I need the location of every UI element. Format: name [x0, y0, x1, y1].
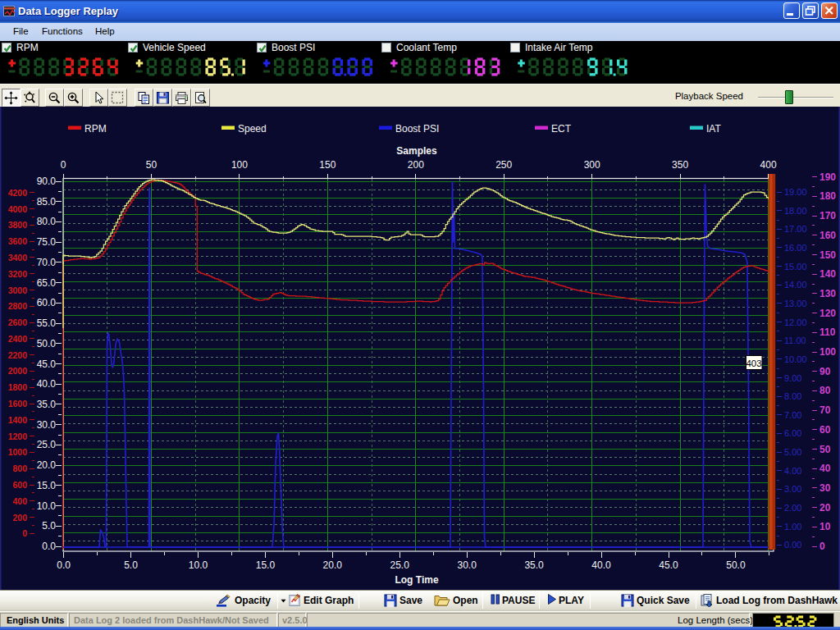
- svg-text:350: 350: [672, 159, 688, 171]
- svg-text:1800: 1800: [8, 382, 28, 392]
- svg-text:2600: 2600: [8, 317, 28, 327]
- svg-text:50: 50: [819, 444, 831, 455]
- svg-text:0: 0: [819, 541, 825, 552]
- svg-text:300: 300: [584, 159, 600, 171]
- svg-text:50.0: 50.0: [726, 559, 746, 571]
- svg-text:70: 70: [819, 404, 831, 416]
- svg-text:30.0: 30.0: [37, 419, 57, 431]
- svg-text:10: 10: [819, 521, 831, 532]
- svg-text:2.00: 2.00: [784, 503, 801, 513]
- svg-text:800: 800: [12, 463, 27, 473]
- svg-text:13.00: 13.00: [784, 299, 807, 308]
- svg-text:5.00: 5.00: [784, 447, 801, 457]
- svg-text:0: 0: [22, 528, 27, 538]
- svg-text:20: 20: [819, 502, 831, 514]
- svg-text:3600: 3600: [8, 236, 28, 246]
- svg-text:6.00: 6.00: [784, 428, 801, 438]
- svg-text:11.00: 11.00: [784, 336, 806, 345]
- svg-text:45.0: 45.0: [37, 358, 57, 370]
- svg-text:19.00: 19.00: [784, 187, 807, 197]
- svg-text:90.0: 90.0: [37, 176, 57, 187]
- svg-text:600: 600: [12, 480, 27, 490]
- svg-text:1.00: 1.00: [784, 522, 801, 532]
- svg-text:403: 403: [746, 358, 761, 368]
- svg-text:45.0: 45.0: [659, 559, 678, 571]
- svg-text:25.0: 25.0: [390, 559, 410, 571]
- svg-text:200: 200: [12, 513, 27, 523]
- svg-text:140: 140: [819, 268, 836, 280]
- svg-text:1600: 1600: [8, 399, 28, 409]
- svg-text:1400: 1400: [8, 415, 28, 425]
- svg-text:400: 400: [760, 159, 777, 171]
- svg-text:25.0: 25.0: [37, 439, 57, 450]
- svg-text:2200: 2200: [8, 350, 28, 360]
- svg-text:IAT: IAT: [706, 123, 721, 135]
- svg-text:4200: 4200: [8, 188, 28, 198]
- svg-text:100: 100: [231, 159, 248, 171]
- svg-text:180: 180: [819, 190, 836, 202]
- svg-text:14.00: 14.00: [784, 280, 807, 290]
- svg-text:8.00: 8.00: [784, 391, 801, 401]
- svg-text:250: 250: [495, 159, 512, 171]
- svg-text:15.0: 15.0: [37, 480, 57, 491]
- svg-text:50: 50: [146, 159, 158, 171]
- svg-text:85.0: 85.0: [37, 196, 57, 208]
- svg-text:70.0: 70.0: [37, 257, 57, 268]
- svg-text:35.0: 35.0: [524, 559, 544, 571]
- svg-text:400: 400: [12, 496, 27, 506]
- svg-text:150: 150: [319, 159, 336, 171]
- svg-text:RPM: RPM: [84, 123, 107, 135]
- svg-text:160: 160: [819, 230, 836, 241]
- svg-text:35.0: 35.0: [37, 399, 57, 410]
- svg-text:0.00: 0.00: [784, 540, 801, 550]
- svg-text:40.0: 40.0: [591, 559, 611, 571]
- svg-text:5.0: 5.0: [42, 520, 56, 532]
- svg-text:10.00: 10.00: [784, 354, 807, 364]
- svg-text:4.00: 4.00: [784, 466, 801, 476]
- svg-text:150: 150: [819, 249, 836, 261]
- svg-text:3400: 3400: [8, 253, 28, 262]
- svg-text:9.00: 9.00: [784, 373, 801, 383]
- svg-text:40: 40: [819, 463, 831, 474]
- svg-text:3800: 3800: [8, 220, 28, 230]
- svg-text:4000: 4000: [8, 204, 28, 214]
- svg-text:ECT: ECT: [551, 123, 572, 135]
- svg-text:90: 90: [819, 366, 831, 377]
- svg-text:40.0: 40.0: [37, 378, 57, 390]
- svg-text:5.0: 5.0: [124, 559, 138, 571]
- svg-text:16.00: 16.00: [784, 243, 807, 253]
- svg-text:2800: 2800: [8, 301, 28, 311]
- svg-text:60.0: 60.0: [37, 297, 57, 308]
- svg-text:60: 60: [819, 424, 831, 436]
- svg-text:20.0: 20.0: [323, 559, 343, 571]
- svg-text:15.0: 15.0: [256, 559, 276, 571]
- svg-text:7.00: 7.00: [784, 410, 801, 420]
- svg-text:15.00: 15.00: [784, 262, 807, 272]
- svg-text:170: 170: [819, 210, 836, 221]
- svg-text:75.0: 75.0: [37, 236, 57, 248]
- svg-text:20.0: 20.0: [37, 459, 57, 471]
- svg-text:55.0: 55.0: [37, 317, 57, 329]
- svg-text:10.0: 10.0: [37, 500, 57, 512]
- svg-text:0.0: 0.0: [42, 541, 56, 552]
- svg-text:3000: 3000: [8, 285, 28, 295]
- svg-text:Log Time: Log Time: [395, 574, 438, 586]
- svg-text:0.0: 0.0: [57, 559, 71, 571]
- svg-text:80: 80: [819, 385, 831, 396]
- svg-text:190: 190: [819, 171, 836, 183]
- svg-text:3.00: 3.00: [784, 484, 801, 494]
- svg-text:0: 0: [61, 159, 66, 171]
- svg-text:12.00: 12.00: [784, 317, 807, 327]
- svg-text:Speed: Speed: [238, 123, 267, 135]
- svg-text:1200: 1200: [8, 431, 28, 441]
- svg-text:10.0: 10.0: [189, 559, 208, 571]
- svg-text:Samples: Samples: [396, 145, 437, 157]
- svg-text:65.0: 65.0: [37, 277, 57, 289]
- svg-text:200: 200: [408, 159, 424, 171]
- svg-text:130: 130: [819, 288, 836, 299]
- svg-text:110: 110: [819, 326, 836, 338]
- svg-text:1000: 1000: [8, 447, 28, 457]
- svg-text:80.0: 80.0: [37, 216, 57, 227]
- svg-text:2000: 2000: [8, 366, 28, 376]
- svg-text:50.0: 50.0: [37, 338, 57, 349]
